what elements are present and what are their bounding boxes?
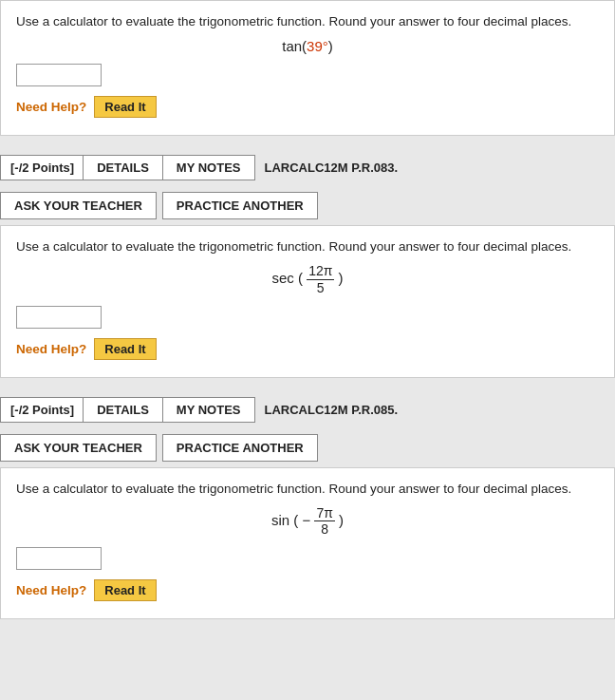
divider-1 — [0, 378, 615, 388]
need-help-row-1: Need Help? Read It — [16, 338, 599, 360]
action-row-1: ASK YOUR TEACHER PRACTICE ANOTHER — [0, 192, 615, 219]
points-badge-1: [-/2 Points] — [0, 155, 84, 180]
fraction-2: 7π 8 — [314, 505, 334, 539]
math-close-paren-2: ) — [339, 512, 344, 528]
problem-block-2: Use a calculator to evaluate the trigono… — [0, 467, 615, 620]
section-1-header: [-/2 Points] DETAILS MY NOTES LARCALC12M… — [0, 145, 615, 186]
math-open-paren-2: ( — [293, 512, 298, 528]
math-expression-1: sec ( 12π 5 ) — [16, 263, 599, 296]
section-2-wrapper: [-/2 Points] DETAILS MY NOTES LARCALC12M… — [0, 388, 615, 620]
tab-details-1[interactable]: DETAILS — [83, 155, 163, 180]
read-it-button-1[interactable]: Read It — [94, 338, 156, 360]
need-help-row-2: Need Help? Read It — [16, 579, 599, 601]
need-help-label-2: Need Help? — [16, 583, 86, 597]
math-suffix-0: ) — [328, 38, 333, 54]
points-badge-2: [-/2 Points] — [0, 397, 84, 423]
practice-another-button-2[interactable]: PRACTICE ANOTHER — [162, 434, 318, 462]
fraction-numerator-1: 12π — [307, 263, 334, 280]
ask-teacher-button-2[interactable]: ASK YOUR TEACHER — [0, 434, 157, 462]
action-row-2: ASK YOUR TEACHER PRACTICE ANOTHER — [0, 434, 615, 462]
instructions-0: Use a calculator to evaluate the trigono… — [16, 14, 599, 28]
section-1-wrapper: [-/2 Points] DETAILS MY NOTES LARCALC12M… — [0, 145, 615, 378]
math-expression-0: tan(39°) — [16, 38, 599, 54]
fraction-denominator-1: 5 — [315, 280, 326, 296]
math-close-paren: ) — [339, 270, 344, 286]
math-neg-sign: − — [302, 512, 310, 528]
ref-label-2: LARCALC12M P.R.085. — [265, 403, 399, 417]
answer-input-2[interactable] — [16, 547, 102, 570]
ref-label-1: LARCALC12M P.R.083. — [265, 161, 399, 175]
fraction-denominator-2: 8 — [319, 521, 330, 538]
instructions-1: Use a calculator to evaluate the trigono… — [16, 239, 599, 254]
practice-another-button-1[interactable]: PRACTICE ANOTHER — [162, 192, 318, 219]
math-expression-2: sin ( − 7π 8 ) — [16, 505, 599, 539]
read-it-button-0[interactable]: Read It — [94, 96, 156, 118]
math-sin-prefix: sin — [271, 512, 289, 528]
section-2-header: [-/2 Points] DETAILS MY NOTES LARCALC12M… — [0, 388, 615, 428]
tab-my-notes-2[interactable]: MY NOTES — [162, 397, 255, 423]
top-partial-section: Use a calculator to evaluate the trigono… — [0, 0, 615, 136]
math-sec-prefix: sec — [271, 270, 293, 286]
math-open-paren: ( — [298, 270, 303, 286]
answer-input-0[interactable] — [16, 64, 102, 86]
need-help-row-0: Need Help? Read It — [16, 96, 599, 118]
fraction-numerator-2: 7π — [314, 505, 334, 522]
ask-teacher-button-1[interactable]: ASK YOUR TEACHER — [0, 192, 157, 219]
read-it-button-2[interactable]: Read It — [94, 579, 156, 601]
fraction-1: 12π 5 — [307, 263, 334, 296]
instructions-2: Use a calculator to evaluate the trigono… — [16, 482, 599, 496]
math-prefix-0: tan( — [282, 38, 307, 54]
problem-block-1: Use a calculator to evaluate the trigono… — [0, 225, 615, 378]
need-help-label-1: Need Help? — [16, 342, 86, 356]
answer-input-1[interactable] — [16, 306, 102, 329]
math-red-0: 39° — [307, 38, 328, 54]
tab-details-2[interactable]: DETAILS — [83, 397, 163, 423]
need-help-label-0: Need Help? — [16, 100, 86, 114]
tab-my-notes-1[interactable]: MY NOTES — [162, 155, 255, 180]
